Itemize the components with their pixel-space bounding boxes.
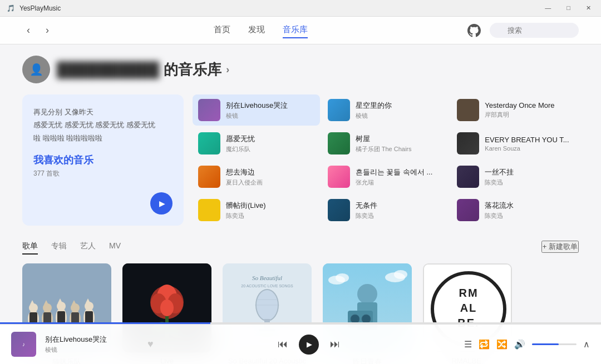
prev-button[interactable]: ⏮ <box>278 338 288 350</box>
song-name: 愿爱无忧 <box>226 134 314 144</box>
song-info: EVERY BREATH YOU T... Karen Souza <box>485 136 573 152</box>
player-controls: ⏮ ⏭ <box>162 335 455 355</box>
song-artist: 魔幻乐队 <box>226 145 314 153</box>
nav-library[interactable]: 音乐库 <box>283 22 308 38</box>
back-button[interactable]: ‹ <box>22 22 35 38</box>
song-item[interactable]: 想去海边 夏日入侵企画 <box>193 161 320 192</box>
song-artist: 陈奕迅 <box>356 212 444 220</box>
username-blurred: ██████████ <box>57 61 159 78</box>
song-thumbnail <box>198 199 220 221</box>
song-info: 흔들리는 꽃들 속에서 ... 张允瑞 <box>356 167 444 187</box>
song-artist: 橘子乐团 The Chairs <box>356 145 444 153</box>
song-artist: Karen Souza <box>485 145 573 152</box>
song-item[interactable]: Yesterday Once More 岸部真明 <box>451 94 579 126</box>
playlist-button[interactable]: ☰ <box>464 339 472 350</box>
user-title: ██████████ 的音乐库 › <box>57 60 229 79</box>
song-name: 别在Livehouse哭泣 <box>226 101 314 111</box>
song-item[interactable]: 树屋 橘子乐团 The Chairs <box>322 128 450 159</box>
song-item[interactable]: 愿爱无忧 魔幻乐队 <box>193 128 320 159</box>
github-icon[interactable] <box>467 24 481 37</box>
nav-arrows: ‹ › <box>22 22 53 38</box>
song-thumbnail <box>328 166 350 188</box>
song-thumbnail <box>198 132 220 154</box>
player-artist: 棱镜 <box>45 346 134 354</box>
svg-rect-18 <box>57 311 65 323</box>
song-name: 髒帖街(Live) <box>226 201 314 211</box>
player-thumbnail: ♪ <box>11 332 36 357</box>
tab-album[interactable]: 专辑 <box>51 239 67 255</box>
nav-discover[interactable]: 发现 <box>248 22 265 38</box>
pause-button[interactable] <box>299 335 319 355</box>
main-content: 👤 ██████████ 的音乐库 › 再见分别 又像昨天 感爱无忧 感爱无忧 … <box>0 44 601 364</box>
svg-point-26 <box>160 300 174 316</box>
svg-rect-16 <box>29 312 37 323</box>
featured-playlist-name[interactable]: 我喜欢的音乐 <box>33 153 173 167</box>
nav-links: 首页 发现 音乐库 <box>214 22 308 38</box>
nav-home[interactable]: 首页 <box>214 22 230 38</box>
close-button[interactable]: ✕ <box>583 3 594 13</box>
maximize-button[interactable]: □ <box>563 3 574 13</box>
song-item[interactable]: 髒帖街(Live) 陈奕迅 <box>193 195 320 226</box>
minimize-button[interactable]: — <box>541 3 554 13</box>
song-name: 一丝不挂 <box>485 167 573 177</box>
song-thumbnail <box>198 166 220 188</box>
like-button[interactable]: ♥ <box>147 338 154 350</box>
song-info: 树屋 橘子乐团 The Chairs <box>356 134 444 153</box>
player: ♪ 别在Livehouse哭泣 棱镜 ♥ ⏮ ⏭ ☰ 🔁 🔀 🔊 ∧ <box>0 324 601 364</box>
app-icon: 🎵 <box>7 4 15 12</box>
song-name: 흔들리는 꽃들 속에서 ... <box>356 167 444 177</box>
song-item[interactable]: 无条件 陈奕迅 <box>322 195 450 226</box>
svg-text:RM: RM <box>459 287 478 299</box>
volume-fill <box>532 343 559 345</box>
svg-text:So Beautiful: So Beautiful <box>252 275 282 281</box>
song-name: EVERY BREATH YOU T... <box>485 136 573 144</box>
edit-icon[interactable]: › <box>226 64 229 76</box>
song-info: 想去海边 夏日入侵企画 <box>226 167 314 187</box>
volume-button[interactable]: 🔊 <box>514 339 525 350</box>
song-artist: 张允瑞 <box>356 178 444 187</box>
featured-play-button[interactable] <box>150 192 173 215</box>
svg-point-48 <box>394 270 407 279</box>
recent-songs-grid: 别在Livehouse哭泣 棱镜 星空里的你 棱镜 Yest <box>193 94 579 226</box>
tab-playlist[interactable]: 歌单 <box>22 239 38 255</box>
svg-rect-19 <box>71 312 79 323</box>
song-thumbnail <box>457 199 479 221</box>
song-thumbnail <box>457 132 479 154</box>
song-thumbnail <box>198 99 220 121</box>
song-item[interactable]: 흔들리는 꽃들 속에서 ... 张允瑞 <box>322 161 450 192</box>
song-item[interactable]: 星空里的你 棱镜 <box>322 94 450 126</box>
song-item[interactable]: 别在Livehouse哭泣 棱镜 <box>193 94 320 126</box>
volume-slider[interactable] <box>532 343 577 345</box>
tab-artist[interactable]: 艺人 <box>80 239 96 255</box>
song-item[interactable]: 一丝不挂 陈奕迅 <box>451 161 579 192</box>
forward-button[interactable]: › <box>41 22 53 38</box>
next-button[interactable]: ⏭ <box>330 338 340 350</box>
repeat-button[interactable]: 🔁 <box>479 339 490 350</box>
tabs: 歌单 专辑 艺人 MV <box>22 239 121 255</box>
lyric-line-1: 再见分别 又像昨天 <box>33 106 173 118</box>
song-thumbnail <box>328 99 350 121</box>
featured-lyrics: 再见分别 又像昨天 感爱无忧 感爱无忧 感爱无忧 感爱无忧 啦 啦啦啦 啦啦啦啦… <box>33 106 173 144</box>
header: ‹ › 首页 发现 音乐库 🔍 <box>0 17 601 44</box>
svg-point-10 <box>85 302 93 311</box>
featured-row: 再见分别 又像昨天 感爱无忧 感爱无忧 感爱无忧 感爱无忧 啦 啦啦啦 啦啦啦啦… <box>22 94 579 226</box>
song-item[interactable]: EVERY BREATH YOU T... Karen Souza <box>451 128 579 159</box>
svg-point-8 <box>71 303 80 312</box>
expand-button[interactable]: ∧ <box>583 339 590 350</box>
song-info: 星空里的你 棱镜 <box>356 101 444 120</box>
song-name: 落花流水 <box>485 201 573 211</box>
app: ‹ › 首页 发现 音乐库 🔍 👤 ██████████ 的音乐库 › <box>0 17 601 364</box>
shuffle-button[interactable]: 🔀 <box>496 339 508 350</box>
new-playlist-button[interactable]: + 新建歌单 <box>541 241 579 253</box>
song-item[interactable]: 落花流水 陈奕迅 <box>451 195 579 226</box>
tab-mv[interactable]: MV <box>109 239 121 255</box>
search-wrapper: 🔍 <box>490 23 579 38</box>
search-input[interactable] <box>490 23 579 38</box>
user-title-suffix: 的音乐库 <box>164 60 221 79</box>
svg-text:20 ACOUSTIC LOVE SONGS: 20 ACOUSTIC LOVE SONGS <box>241 284 293 288</box>
song-name: 树屋 <box>356 134 444 144</box>
song-info: 愿爱无忧 魔幻乐队 <box>226 134 314 153</box>
song-info: Yesterday Once More 岸部真明 <box>485 101 573 119</box>
song-name: 无条件 <box>356 201 444 211</box>
song-info: 落花流水 陈奕迅 <box>485 201 573 220</box>
